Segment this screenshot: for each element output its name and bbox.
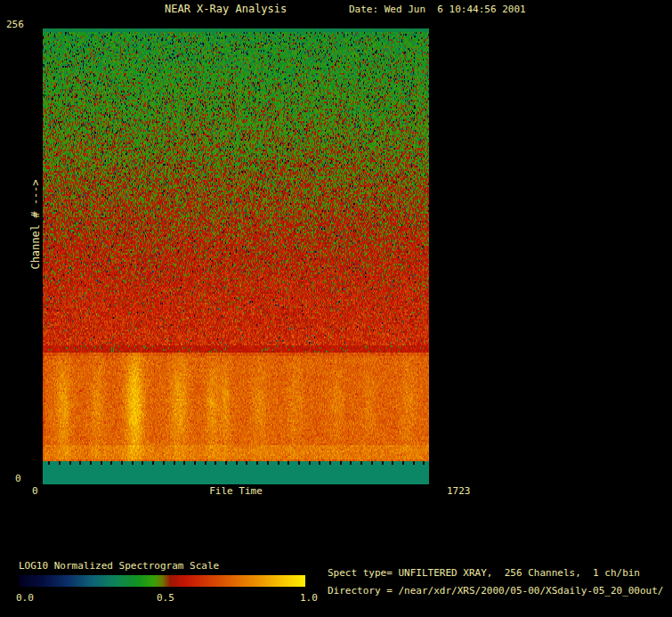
x-axis-label: File Time — [209, 486, 263, 497]
directory-info: Directory = /near/xdr/XRS/2000/05-00/XSd… — [328, 586, 664, 597]
x-axis-tick-max: 1723 — [447, 486, 471, 497]
colorbar-tick-mid: 0.5 — [157, 593, 174, 604]
colorbar-tick-max: 1.0 — [300, 593, 318, 604]
colorbar-gradient — [19, 575, 305, 587]
plot-title: NEAR X-Ray Analysis — [165, 4, 287, 15]
spect-type-info: Spect type= UNFILTERED XRAY, 256 Channel… — [328, 568, 640, 579]
x-axis-tick-min: 0 — [32, 486, 38, 497]
y-axis-label: Channel # ---> — [30, 179, 42, 269]
colorbar-title: LOG10 Normalized Spectrogram Scale — [19, 561, 219, 572]
plot-date: Date: Wed Jun 6 10:44:56 2001 — [349, 4, 526, 15]
xray-analysis-window: NEAR X-Ray Analysis Date: Wed Jun 6 10:4… — [0, 0, 672, 617]
y-axis-tick-max: 256 — [6, 20, 24, 30]
spectrogram-image — [43, 28, 429, 484]
y-axis-tick-min: 0 — [15, 474, 21, 484]
colorbar-tick-min: 0.0 — [16, 593, 34, 604]
